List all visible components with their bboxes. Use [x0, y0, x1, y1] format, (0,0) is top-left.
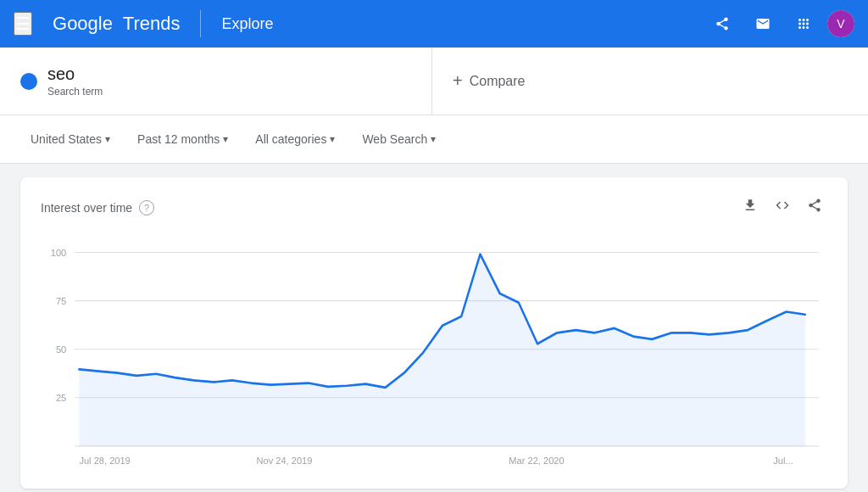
period-label: Past 12 months — [137, 132, 220, 146]
page-title: Explore — [221, 15, 273, 33]
chart-header: Interest over time ? — [41, 194, 827, 221]
svg-text:Nov 24, 2019: Nov 24, 2019 — [256, 456, 312, 466]
app-header: ☰ Google Trends Explore V — [0, 0, 868, 48]
period-filter[interactable]: Past 12 months ▾ — [127, 126, 238, 153]
share-chart-button[interactable] — [802, 194, 827, 221]
category-arrow-icon: ▾ — [330, 133, 335, 145]
period-arrow-icon: ▾ — [223, 133, 228, 145]
app-logo: Google Trends — [53, 13, 180, 35]
interest-over-time-card: Interest over time ? — [20, 177, 848, 489]
search-term-info: seo Search term — [47, 64, 103, 98]
chart-container: 100 75 50 25 Jul 28, 2019 Nov 24, 2019 M… — [41, 234, 827, 475]
main-content: Interest over time ? — [0, 164, 868, 492]
svg-text:25: 25 — [56, 393, 66, 403]
svg-text:V: V — [837, 17, 845, 31]
help-icon[interactable]: ? — [139, 200, 154, 215]
compare-plus-icon: + — [453, 71, 463, 91]
svg-text:Mar 22, 2020: Mar 22, 2020 — [509, 456, 564, 466]
header-actions: V — [705, 7, 854, 41]
embed-button[interactable] — [770, 194, 795, 221]
logo-text: Google Trends — [53, 13, 180, 35]
chart-title-area: Interest over time ? — [41, 200, 154, 215]
svg-text:Jul 28, 2019: Jul 28, 2019 — [79, 456, 130, 466]
menu-icon[interactable]: ☰ — [14, 12, 32, 36]
search-type-filter[interactable]: Web Search ▾ — [352, 126, 446, 153]
chart-title: Interest over time — [41, 201, 132, 215]
search-term-box[interactable]: seo Search term — [0, 48, 432, 115]
category-filter[interactable]: All categories ▾ — [245, 126, 345, 153]
notifications-button[interactable] — [746, 7, 780, 41]
share-button[interactable] — [705, 7, 739, 41]
search-type-label: Web Search — [362, 132, 427, 146]
download-button[interactable] — [737, 194, 763, 221]
search-term-label: Search term — [47, 86, 103, 98]
compare-box[interactable]: + Compare — [432, 48, 868, 115]
trend-chart-svg: 100 75 50 25 Jul 28, 2019 Nov 24, 2019 M… — [41, 234, 827, 472]
svg-text:Jul...: Jul... — [773, 456, 793, 466]
svg-text:75: 75 — [56, 296, 66, 306]
region-filter[interactable]: United States ▾ — [20, 126, 120, 153]
category-label: All categories — [255, 132, 326, 146]
chart-actions — [737, 194, 827, 221]
filter-bar: United States ▾ Past 12 months ▾ All cat… — [0, 115, 868, 164]
header-divider — [200, 10, 201, 37]
svg-text:100: 100 — [51, 248, 67, 258]
region-arrow-icon: ▾ — [105, 133, 110, 145]
apps-button[interactable] — [787, 7, 821, 41]
search-term-text: seo — [47, 64, 103, 84]
svg-text:50: 50 — [56, 344, 66, 355]
avatar[interactable]: V — [827, 10, 854, 37]
search-area: seo Search term + Compare — [0, 48, 868, 115]
region-label: United States — [31, 132, 102, 146]
compare-label: Compare — [470, 74, 526, 89]
search-term-dot — [20, 73, 37, 90]
search-type-arrow-icon: ▾ — [431, 133, 436, 145]
